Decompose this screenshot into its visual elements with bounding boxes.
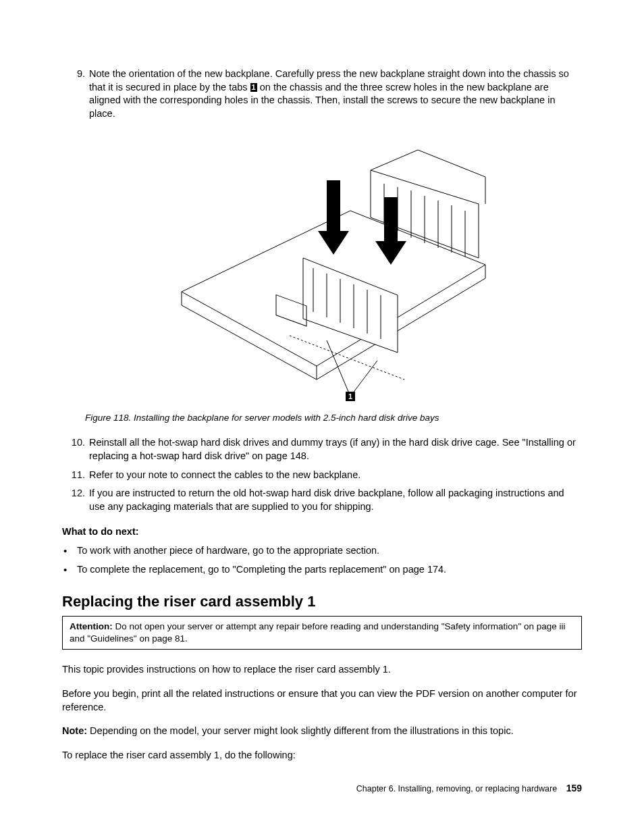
step-12: 12. If you are instructed to return the … bbox=[62, 487, 582, 513]
step-number: 9. bbox=[62, 68, 89, 120]
document-page: 9. Note the orientation of the new backp… bbox=[0, 0, 644, 834]
step-11: 11. Refer to your note to connect the ca… bbox=[62, 469, 582, 482]
attention-label: Attention: bbox=[70, 621, 115, 631]
paragraph: This topic provides instructions on how … bbox=[62, 663, 582, 677]
step-body: Note the orientation of the new backplan… bbox=[89, 68, 582, 120]
figure-caption-text: Installing the backplane for server mode… bbox=[134, 413, 439, 423]
paragraph: Before you begin, print all the related … bbox=[62, 687, 582, 714]
note-text: Depending on the model, your server migh… bbox=[90, 725, 514, 736]
page-number: 159 bbox=[566, 783, 582, 793]
step-text: Reinstall all the hot-swap hard disk dri… bbox=[89, 436, 582, 463]
figure-118: 1 Figure 118. Installing the backplane f… bbox=[85, 136, 582, 424]
step-text: Refer to your note to connect the cables… bbox=[89, 469, 582, 482]
svg-line-15 bbox=[350, 361, 377, 396]
svg-rect-13 bbox=[276, 295, 306, 326]
bullet-text: To work with another piece of hardware, … bbox=[77, 544, 379, 558]
note-label: Note: bbox=[62, 725, 90, 736]
callout-1-icon: 1 bbox=[250, 83, 257, 92]
svg-line-14 bbox=[327, 340, 350, 396]
step-text: If you are instructed to return the old … bbox=[89, 487, 582, 513]
step-10: 10. Reinstall all the hot-swap hard disk… bbox=[62, 436, 582, 463]
procedure-steps: 9. Note the orientation of the new backp… bbox=[62, 68, 582, 120]
what-next-heading: What to do next: bbox=[62, 525, 582, 539]
bullet-text: To complete the replacement, go to "Comp… bbox=[77, 563, 446, 577]
paragraph: To replace the riser card assembly 1, do… bbox=[62, 749, 582, 762]
backplane-install-illustration: 1 bbox=[175, 136, 492, 407]
step-number: 11. bbox=[62, 469, 89, 482]
figure-caption: Figure 118. Installing the backplane for… bbox=[85, 412, 582, 424]
what-next-list: To work with another piece of hardware, … bbox=[62, 544, 582, 577]
section-heading: Replacing the riser card assembly 1 bbox=[62, 592, 582, 612]
step-number: 10. bbox=[62, 436, 89, 463]
note-paragraph: Note: Depending on the model, your serve… bbox=[62, 725, 582, 738]
attention-box: Attention: Do not open your server or at… bbox=[62, 616, 582, 650]
step-number: 12. bbox=[62, 487, 89, 513]
procedure-steps-cont: 10. Reinstall all the hot-swap hard disk… bbox=[62, 436, 582, 513]
chapter-label: Chapter 6. Installing, removing, or repl… bbox=[356, 784, 557, 793]
list-item: To work with another piece of hardware, … bbox=[62, 544, 582, 558]
figure-callout-label: 1 bbox=[348, 392, 352, 400]
page-footer: Chapter 6. Installing, removing, or repl… bbox=[356, 782, 582, 795]
step-9: 9. Note the orientation of the new backp… bbox=[62, 68, 582, 120]
figure-number: Figure 118. bbox=[85, 413, 134, 423]
list-item: To complete the replacement, go to "Comp… bbox=[62, 563, 582, 577]
down-arrow-icon bbox=[318, 180, 406, 265]
attention-text: Do not open your server or attempt any r… bbox=[70, 621, 565, 644]
